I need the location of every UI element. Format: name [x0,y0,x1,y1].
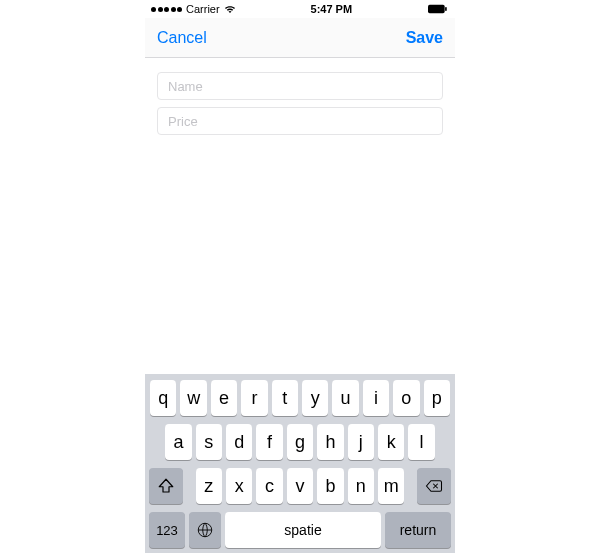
key-i[interactable]: i [363,380,389,416]
key-q[interactable]: q [150,380,176,416]
backspace-key[interactable] [417,468,451,504]
key-r[interactable]: r [241,380,267,416]
key-g[interactable]: g [287,424,313,460]
key-h[interactable]: h [317,424,343,460]
key-s[interactable]: s [196,424,222,460]
globe-icon [196,521,214,539]
key-b[interactable]: b [317,468,343,504]
key-w[interactable]: w [180,380,206,416]
svg-rect-0 [428,5,445,13]
status-left: Carrier [151,3,236,15]
globe-key[interactable] [189,512,221,548]
status-time: 5:47 PM [311,3,353,15]
keyboard-row-2: asdfghjkl [148,424,452,460]
save-button[interactable]: Save [406,29,443,47]
key-n[interactable]: n [348,468,374,504]
shift-icon [157,477,175,495]
key-t[interactable]: t [272,380,298,416]
numbers-key[interactable]: 123 [149,512,185,548]
key-o[interactable]: o [393,380,419,416]
status-bar: Carrier 5:47 PM [145,0,455,18]
ios-simulator-screen: Carrier 5:47 PM Cancel Save qwertyuiop a… [145,0,455,553]
key-k[interactable]: k [378,424,404,460]
key-u[interactable]: u [332,380,358,416]
key-e[interactable]: e [211,380,237,416]
battery-icon [427,4,449,14]
keyboard-row-3: zxcvbnm [148,468,452,504]
navigation-bar: Cancel Save [145,18,455,58]
key-x[interactable]: x [226,468,252,504]
key-l[interactable]: l [408,424,434,460]
form-content [145,58,455,374]
key-v[interactable]: v [287,468,313,504]
price-field[interactable] [157,107,443,135]
software-keyboard: qwertyuiop asdfghjkl zxcvbnm 123 [145,374,455,553]
keyboard-row-4: 123 spatie return [148,512,452,548]
svg-rect-1 [445,7,447,11]
wifi-icon [224,5,236,14]
key-z[interactable]: z [196,468,222,504]
space-key[interactable]: spatie [225,512,381,548]
carrier-label: Carrier [186,3,220,15]
name-field[interactable] [157,72,443,100]
key-y[interactable]: y [302,380,328,416]
status-right [427,4,449,14]
keyboard-row-1: qwertyuiop [148,380,452,416]
key-m[interactable]: m [378,468,404,504]
key-p[interactable]: p [424,380,450,416]
key-f[interactable]: f [256,424,282,460]
key-j[interactable]: j [348,424,374,460]
shift-key[interactable] [149,468,183,504]
key-d[interactable]: d [226,424,252,460]
key-a[interactable]: a [165,424,191,460]
signal-strength-icon [151,7,182,12]
key-c[interactable]: c [256,468,282,504]
backspace-icon [425,477,443,495]
cancel-button[interactable]: Cancel [157,29,207,47]
return-key[interactable]: return [385,512,451,548]
